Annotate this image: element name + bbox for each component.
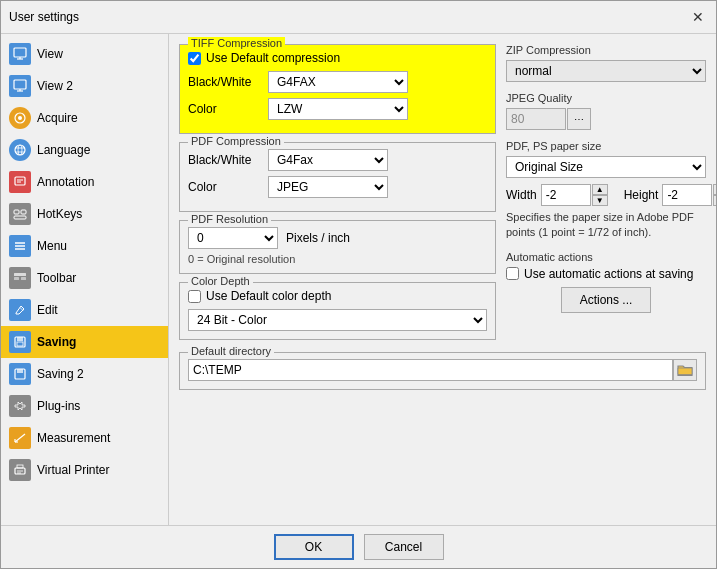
sidebar-item-label: HotKeys — [37, 207, 82, 221]
sidebar-item-annotation[interactable]: Annotation — [1, 166, 168, 198]
sidebar-item-label: Virtual Printer — [37, 463, 109, 477]
close-button[interactable]: ✕ — [688, 7, 708, 27]
sidebar-item-saving2[interactable]: Saving 2 — [1, 358, 168, 390]
sidebar-item-hotkeys[interactable]: HotKeys — [1, 198, 168, 230]
tiff-color-row: Color LZW JPEG None — [188, 98, 487, 120]
height-down-btn[interactable]: ▼ — [713, 195, 716, 206]
tiff-bw-row: Black/White G4FAX CCITT LZW None — [188, 71, 487, 93]
resolution-note: 0 = Original resolution — [188, 253, 487, 265]
zip-section: ZIP Compression normal fast best — [506, 44, 706, 82]
jpeg-quality-btn[interactable]: ⋯ — [567, 108, 591, 130]
colordepth-use-default-checkbox[interactable] — [188, 290, 201, 303]
paper-size-select[interactable]: Original Size A4 Letter — [506, 156, 706, 178]
tiff-use-default-checkbox[interactable] — [188, 52, 201, 65]
height-input[interactable] — [662, 184, 712, 206]
pdf-color-label: Color — [188, 180, 268, 194]
sidebar-item-saving[interactable]: Saving — [1, 326, 168, 358]
height-spinner: ▲ ▼ — [662, 184, 716, 206]
width-down-btn[interactable]: ▼ — [592, 195, 608, 206]
sidebar-item-view2[interactable]: View 2 — [1, 70, 168, 102]
svg-line-30 — [15, 434, 25, 442]
tiff-bw-label: Black/White — [188, 75, 268, 89]
sidebar-item-label: Acquire — [37, 111, 78, 125]
svg-rect-16 — [21, 210, 26, 214]
width-group: Width ▲ ▼ — [506, 184, 608, 206]
directory-browse-button[interactable] — [673, 359, 697, 381]
virtualprinter-icon — [9, 459, 31, 481]
actions-button[interactable]: Actions ... — [561, 287, 651, 313]
toolbar-icon — [9, 267, 31, 289]
sidebar-item-virtualprinter[interactable]: Virtual Printer — [1, 454, 168, 486]
edit-icon — [9, 299, 31, 321]
paper-size-row: Original Size A4 Letter — [506, 156, 706, 178]
svg-rect-23 — [21, 277, 26, 280]
tiff-color-select[interactable]: LZW JPEG None — [268, 98, 408, 120]
saving-icon — [9, 331, 31, 353]
default-directory-title: Default directory — [188, 345, 274, 357]
svg-rect-29 — [17, 369, 23, 373]
sidebar-item-view[interactable]: View — [1, 38, 168, 70]
directory-input[interactable] — [188, 359, 673, 381]
resolution-row: 0 72 96 150 200 300 Pixels / inch — [188, 227, 487, 249]
zip-label: ZIP Compression — [506, 44, 706, 56]
bottom-bar: OK Cancel — [1, 525, 716, 568]
tiff-bw-select[interactable]: G4FAX CCITT LZW None — [268, 71, 408, 93]
hotkeys-icon — [9, 203, 31, 225]
sidebar: View View 2 Acquire Language — [1, 34, 169, 525]
sidebar-item-plugins[interactable]: Plug-ins — [1, 390, 168, 422]
sidebar-item-label: Saving — [37, 335, 76, 349]
left-col: TIFF Compression Use Default compression… — [179, 44, 496, 348]
main-panel: TIFF Compression Use Default compression… — [169, 34, 716, 525]
sidebar-item-language[interactable]: Language — [1, 134, 168, 166]
acquire-icon — [9, 107, 31, 129]
folder-icon — [677, 363, 693, 377]
height-label: Height — [624, 188, 659, 202]
jpeg-label: JPEG Quality — [506, 92, 706, 104]
pdf-group-title: PDF Compression — [188, 135, 284, 147]
height-spinner-btns: ▲ ▼ — [713, 184, 716, 206]
pdf-compression-group: PDF Compression Black/White G4Fax CCITT … — [179, 142, 496, 212]
auto-actions-label: Automatic actions — [506, 251, 706, 263]
tiff-color-label: Color — [188, 102, 268, 116]
right-col: ZIP Compression normal fast best JPEG Qu… — [506, 44, 706, 348]
jpeg-quality-input[interactable] — [506, 108, 566, 130]
sidebar-item-measurement[interactable]: Measurement — [1, 422, 168, 454]
sidebar-item-edit[interactable]: Edit — [1, 294, 168, 326]
sidebar-item-label: View 2 — [37, 79, 73, 93]
svg-rect-12 — [15, 177, 25, 185]
svg-rect-22 — [14, 277, 19, 280]
svg-rect-27 — [17, 342, 23, 346]
ok-button[interactable]: OK — [274, 534, 354, 560]
sidebar-item-label: Saving 2 — [37, 367, 84, 381]
specifies-text: Specifies the paper size in Adobe PDF po… — [506, 210, 706, 241]
annotation-icon — [9, 171, 31, 193]
svg-rect-0 — [14, 48, 26, 57]
colordepth-select[interactable]: 24 Bit - Color 8 Bit - Gray 1 Bit - B/W — [188, 309, 487, 331]
width-input[interactable] — [541, 184, 591, 206]
monitor-icon — [9, 43, 31, 65]
sidebar-item-label: Edit — [37, 303, 58, 317]
plugins-icon — [9, 395, 31, 417]
zip-select[interactable]: normal fast best — [506, 60, 706, 82]
height-up-btn[interactable]: ▲ — [713, 184, 716, 195]
language-icon — [9, 139, 31, 161]
svg-rect-21 — [14, 273, 26, 276]
sidebar-item-menu[interactable]: Menu — [1, 230, 168, 262]
pdf-color-select[interactable]: JPEG LZW None — [268, 176, 388, 198]
tiff-use-default-label: Use Default compression — [206, 51, 340, 65]
svg-point-9 — [18, 145, 22, 155]
sidebar-item-toolbar[interactable]: Toolbar — [1, 262, 168, 294]
color-depth-group: Color Depth Use Default color depth 24 B… — [179, 282, 496, 340]
svg-rect-3 — [14, 80, 26, 89]
tiff-group-title: TIFF Compression — [188, 37, 285, 49]
tiff-use-default-row: Use Default compression — [188, 51, 487, 65]
sidebar-item-acquire[interactable]: Acquire — [1, 102, 168, 134]
pdf-bw-select[interactable]: G4Fax CCITT LZW None — [268, 149, 388, 171]
content-area: View View 2 Acquire Language — [1, 34, 716, 525]
tiff-compression-group: TIFF Compression Use Default compression… — [179, 44, 496, 134]
width-up-btn[interactable]: ▲ — [592, 184, 608, 195]
resolution-select[interactable]: 0 72 96 150 200 300 — [188, 227, 278, 249]
cancel-button[interactable]: Cancel — [364, 534, 444, 560]
auto-actions-checkbox[interactable] — [506, 267, 519, 280]
sidebar-item-label: Language — [37, 143, 90, 157]
